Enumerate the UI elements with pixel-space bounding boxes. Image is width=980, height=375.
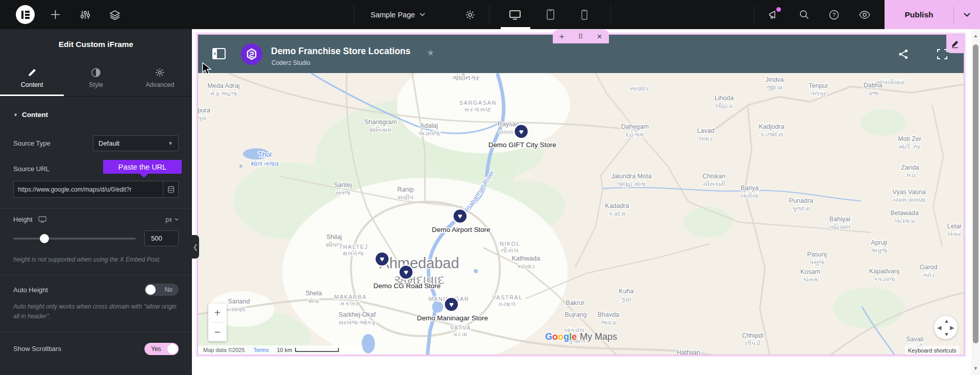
chevron-down-icon: ▼ xyxy=(168,140,173,146)
store-marker[interactable]: ♥ xyxy=(514,124,528,138)
map-place-label: વસ્ત્રાળ xyxy=(499,301,517,307)
store-marker[interactable]: ♥ xyxy=(375,252,389,266)
widget-delete-button[interactable]: ✕ xyxy=(597,33,602,40)
map-green-area xyxy=(833,288,904,329)
map-owner-avatar[interactable] xyxy=(241,43,262,65)
page-selector[interactable]: Sample Page xyxy=(371,0,425,29)
map-place-label: પસુંજ xyxy=(810,259,824,266)
map-title: Demo Franchise Store Locations xyxy=(271,46,410,57)
map-place-label: Kosam xyxy=(800,268,820,275)
map-place-label: સાણોદા xyxy=(630,85,648,92)
google-mymaps-logo[interactable]: GoogleMy Maps xyxy=(545,332,617,342)
device-tablet-button[interactable] xyxy=(540,0,560,29)
topbar-divider xyxy=(610,5,611,24)
help-button[interactable]: ? xyxy=(824,0,844,29)
widget-drag-handle[interactable]: ⠿ xyxy=(578,33,583,40)
map-place-label: Kuha xyxy=(619,288,633,295)
elementor-logo[interactable] xyxy=(16,5,35,24)
auto-height-note: Auto height only works when cross domain… xyxy=(13,302,179,321)
map-place-label: Pasunj xyxy=(807,251,826,258)
map-place-label: Sanand xyxy=(228,298,250,305)
height-note: height is not supported when using the X… xyxy=(13,255,179,265)
map-place-label: Santej xyxy=(334,181,352,189)
widget-edit-button[interactable] xyxy=(946,35,964,53)
device-desktop-button[interactable] xyxy=(505,0,525,29)
topbar-divider xyxy=(489,5,489,24)
map-pan-control[interactable]: ▲ ▼ ◀ ▶ xyxy=(934,316,958,339)
store-marker[interactable]: ♥ xyxy=(444,297,458,312)
map-fullscreen-button[interactable] xyxy=(937,49,947,61)
tab-style[interactable]: Style xyxy=(64,60,128,96)
tab-content[interactable]: Content xyxy=(0,60,64,96)
map-place-label: npura xyxy=(198,107,210,114)
panel-title: Edit Custom iFrame xyxy=(0,29,192,60)
section-content-toggle[interactable]: ▼ Content xyxy=(13,111,179,119)
add-element-button[interactable] xyxy=(45,0,65,29)
height-slider[interactable] xyxy=(13,238,136,240)
source-type-select[interactable]: Default ▼ xyxy=(93,135,179,151)
map-place-label: THALTEJ xyxy=(339,244,368,250)
star-icon[interactable]: ★ xyxy=(427,48,434,58)
publish-split-button: Publish xyxy=(885,0,980,29)
search-icon xyxy=(799,10,809,19)
map-sidebar-toggle-button[interactable] xyxy=(212,48,226,61)
dynamic-tags-button[interactable] xyxy=(163,181,178,198)
store-marker[interactable]: ♥ xyxy=(399,265,413,279)
structure-navigator-button[interactable] xyxy=(105,0,125,29)
page-selector-label: Sample Page xyxy=(371,11,415,19)
map-place-label: શાંતિગ્રામ xyxy=(370,126,391,133)
toggle-knob xyxy=(167,344,178,354)
height-unit-select[interactable]: px xyxy=(165,216,179,223)
show-scrollbars-toggle[interactable]: Yes xyxy=(144,343,179,355)
height-value-input[interactable]: 500 xyxy=(144,230,179,246)
desktop-icon xyxy=(509,10,521,20)
heart-icon: ♥ xyxy=(458,212,462,220)
page-scrollbar[interactable]: ▲ ▼ xyxy=(971,29,980,375)
auto-height-value: No xyxy=(165,286,173,293)
tab-advanced[interactable]: Advanced xyxy=(128,60,192,96)
terms-link[interactable]: Terms xyxy=(254,347,269,353)
finder-search-button[interactable] xyxy=(794,0,814,29)
store-marker[interactable]: ♥ xyxy=(453,209,467,223)
map-place-label: VATVA xyxy=(450,324,471,331)
whats-new-button[interactable] xyxy=(763,0,783,29)
active-tab-indicator xyxy=(0,95,64,96)
site-settings-button[interactable] xyxy=(75,0,95,29)
pan-down-icon: ▼ xyxy=(944,331,949,337)
source-url-input[interactable] xyxy=(14,186,163,193)
map-place-label: Dahegam xyxy=(621,123,649,130)
page-settings-button[interactable] xyxy=(460,0,480,29)
keyboard-shortcuts-button[interactable]: Keyboard shortcuts xyxy=(905,346,960,355)
map-canvas[interactable]: GandhinagarગાંધીનગરSARGASANસરગાસણMeda Ad… xyxy=(198,73,964,355)
auto-height-toggle[interactable]: No xyxy=(144,284,179,296)
custom-iframe-widget[interactable]: Demo Franchise Store Locations ★ Coderz … xyxy=(197,34,965,356)
panel-collapse-button[interactable]: ❮ xyxy=(192,235,199,259)
widget-add-button[interactable]: + xyxy=(559,33,564,41)
map-place-label: ઝંડા xyxy=(905,172,916,179)
publish-options-button[interactable] xyxy=(954,0,980,29)
publish-button[interactable]: Publish xyxy=(885,0,953,29)
device-mobile-button[interactable] xyxy=(574,0,595,29)
zoom-in-button[interactable]: + xyxy=(208,303,227,322)
tab-advanced-label: Advanced xyxy=(146,81,175,88)
map-green-area xyxy=(861,109,906,135)
map-lake xyxy=(362,334,375,354)
map-place-label: લવાડ xyxy=(699,135,713,142)
height-slider-knob[interactable] xyxy=(40,234,49,243)
map-place-label: જલુંદ્રા મોતા xyxy=(617,180,646,188)
map-viewport[interactable]: GandhinagarગાંધીનગરSARGASANસરગાસણMeda Ad… xyxy=(198,73,964,355)
layers-icon xyxy=(109,10,120,20)
responsive-desktop-icon[interactable] xyxy=(38,216,46,223)
scroll-down-arrow[interactable]: ▼ xyxy=(971,366,980,371)
map-place-label: લીહોડા xyxy=(716,102,733,109)
map-lake xyxy=(474,269,478,273)
coderz-studio-logo-icon xyxy=(246,48,258,60)
scroll-up-arrow[interactable]: ▲ xyxy=(971,33,980,38)
scrollbar-thumb[interactable] xyxy=(973,44,978,343)
map-place-label: Ahmedabad xyxy=(379,255,459,271)
zoom-out-button[interactable]: − xyxy=(208,323,227,342)
divider xyxy=(0,208,192,208)
map-share-button[interactable] xyxy=(898,49,909,61)
help-icon: ? xyxy=(829,10,839,20)
preview-button[interactable] xyxy=(854,0,875,29)
